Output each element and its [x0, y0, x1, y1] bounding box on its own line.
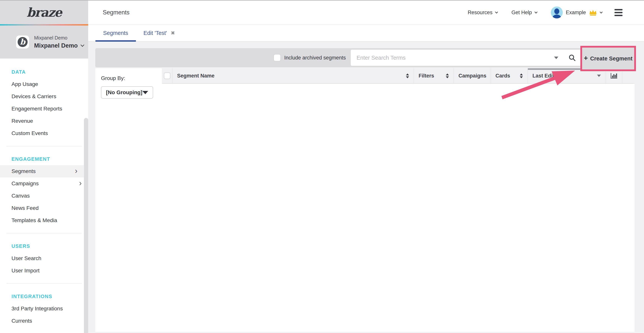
chevron-down-icon — [495, 10, 498, 14]
sort-icon[interactable] — [406, 74, 409, 78]
close-icon[interactable]: ✖ — [171, 31, 175, 36]
top-bar: Segments Resources Get Help Example — [88, 1, 644, 25]
workspace-avatar: b — [16, 36, 29, 49]
sidebar-divider — [6, 233, 82, 233]
tab-bar: Segments Edit 'Test' ✖ — [88, 25, 644, 42]
resources-label: Resources — [468, 10, 492, 16]
column-label: Campaigns — [458, 73, 486, 79]
segment-search-input[interactable]: Enter Search Terms — [351, 50, 582, 66]
sidebar-item-canvas[interactable]: Canvas — [0, 190, 88, 202]
resources-menu[interactable]: Resources — [468, 10, 498, 16]
chevron-right-icon: › — [75, 167, 78, 175]
sidebar-item-segments[interactable]: Segments › — [0, 165, 84, 177]
chevron-down-icon — [534, 10, 538, 14]
sidebar-item-label: Campaigns — [12, 180, 39, 187]
sidebar-item-currents[interactable]: Currents — [0, 315, 88, 327]
include-archived-label: Include archived segments — [284, 55, 346, 61]
sort-icon[interactable] — [520, 74, 523, 78]
workspace-name: Mixpanel Demo — [34, 42, 78, 49]
crown-icon — [589, 9, 597, 16]
sidebar-item-engagement-reports[interactable]: Engagement Reports — [0, 103, 88, 115]
hamburger-menu-icon[interactable] — [614, 9, 622, 16]
column-label: Filters — [418, 73, 434, 79]
sidebar: braze b Mixpanel Demo Mixpanel Demo DATA… — [0, 1, 88, 333]
group-by-value: [No Grouping] — [106, 89, 142, 96]
sidebar-item-templates-media[interactable]: Templates & Media — [0, 214, 88, 226]
include-archived-checkbox[interactable] — [274, 54, 281, 61]
column-header-segment-name[interactable]: Segment Name — [172, 68, 414, 83]
include-archived-group: Include archived segments — [274, 54, 346, 61]
chevron-down-icon — [600, 10, 603, 14]
get-help-label: Get Help — [511, 10, 532, 16]
sort-icon[interactable] — [446, 74, 449, 78]
select-caret-icon — [142, 91, 148, 94]
select-all-checkbox[interactable] — [164, 73, 170, 79]
create-segment-label: Create Segment — [590, 56, 632, 62]
bar-chart-icon — [610, 72, 617, 79]
main-area: Segments Resources Get Help Example — [88, 1, 644, 333]
chevron-right-icon: › — [79, 179, 82, 187]
sidebar-divider — [6, 146, 82, 146]
tab-segments[interactable]: Segments — [96, 25, 136, 42]
get-help-menu[interactable]: Get Help — [511, 10, 537, 16]
sidebar-item-custom-events[interactable]: Custom Events — [0, 127, 88, 139]
create-segment-button[interactable]: + Create Segment — [584, 55, 632, 62]
create-segment-highlight-box: + Create Segment — [580, 46, 636, 71]
user-avatar — [551, 7, 563, 19]
sidebar-item-label: Segments — [12, 168, 36, 174]
logo-block: braze — [0, 1, 88, 24]
header-checkbox-cell — [162, 68, 172, 83]
group-by-panel: Group By: [No Grouping] — [95, 68, 162, 332]
workspace-avatar-circle: b — [18, 37, 28, 47]
braze-logo[interactable]: braze — [27, 5, 62, 20]
sidebar-divider — [6, 283, 82, 284]
segments-toolbar: Include archived segments Enter Search T… — [95, 48, 635, 67]
segments-content: Include archived segments Enter Search T… — [88, 42, 644, 333]
sidebar-nav: DATA App Usage Devices & Carriers Engage… — [0, 59, 88, 333]
sidebar-item-user-search[interactable]: User Search — [0, 252, 88, 264]
user-name: Example — [566, 10, 586, 16]
braze-dashboard: braze b Mixpanel Demo Mixpanel Demo DATA… — [0, 0, 644, 333]
workspace-company-label: Mixpanel Demo — [34, 35, 84, 41]
plus-icon: + — [584, 54, 588, 62]
workspace-initial: b — [20, 38, 25, 46]
section-title-integrations: INTEGRATIONS — [0, 290, 88, 302]
sidebar-scrollbar[interactable] — [84, 118, 88, 333]
tab-label: Segments — [103, 30, 128, 36]
column-label: Cards — [496, 73, 510, 79]
page-title: Segments — [103, 9, 130, 16]
sidebar-item-app-usage[interactable]: App Usage — [0, 78, 88, 90]
chevron-down-icon — [80, 43, 84, 47]
workspace-switcher[interactable]: b Mixpanel Demo Mixpanel Demo — [0, 26, 88, 59]
sidebar-item-campaigns[interactable]: Campaigns › — [0, 177, 88, 190]
column-header-filters[interactable]: Filters — [414, 68, 454, 83]
tab-edit-test[interactable]: Edit 'Test' ✖ — [136, 25, 183, 42]
sidebar-item-revenue[interactable]: Revenue — [0, 115, 88, 127]
section-title-engagement: ENGAGEMENT — [0, 153, 88, 165]
sidebar-item-3rd-party-integrations[interactable]: 3rd Party Integrations — [0, 302, 88, 315]
search-placeholder: Enter Search Terms — [356, 55, 554, 61]
table-header-row: Segment Name Filters Campaigns Cards — [162, 68, 634, 84]
section-title-users: USERS — [0, 240, 88, 252]
column-label: Segment Name — [177, 73, 214, 79]
sidebar-item-news-feed[interactable]: News Feed — [0, 202, 88, 214]
segments-table: Segment Name Filters Campaigns Cards — [162, 68, 634, 332]
column-label: Last Edited — [532, 73, 560, 79]
column-dropdown-caret-icon[interactable] — [597, 75, 601, 77]
tab-label: Edit 'Test' — [144, 30, 167, 36]
search-icon[interactable] — [568, 54, 576, 62]
sidebar-item-devices-carriers[interactable]: Devices & Carriers — [0, 90, 88, 103]
user-menu[interactable]: Example — [551, 7, 602, 19]
table-body-empty — [162, 84, 634, 331]
group-by-select[interactable]: [No Grouping] — [101, 86, 153, 99]
column-header-campaigns[interactable]: Campaigns — [454, 68, 491, 83]
brand-gradient-divider — [0, 24, 88, 26]
group-by-label: Group By: — [101, 75, 162, 81]
search-dropdown-caret-icon[interactable] — [554, 57, 558, 59]
column-header-cards[interactable]: Cards — [491, 68, 528, 83]
sidebar-item-user-import[interactable]: User Import — [0, 264, 88, 277]
section-title-data: DATA — [0, 66, 88, 78]
